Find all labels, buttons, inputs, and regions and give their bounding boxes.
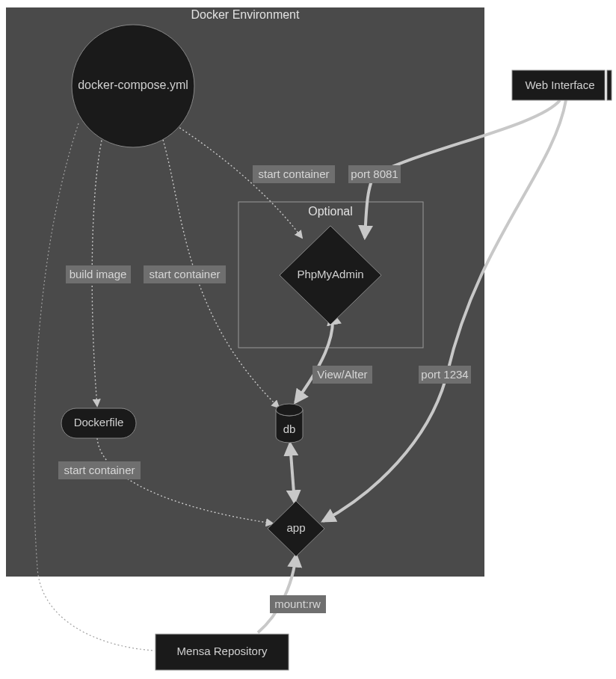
svg-text:port 1234: port 1234 [421,368,468,381]
subgraph-optional-title: Optional [308,205,353,218]
svg-text:build image: build image [70,268,127,280]
node-web-interface: Web Interface [512,70,612,100]
subgraph-docker-title: Docker Environment [191,8,301,21]
edge-label-start-container-db: start container [144,265,226,283]
edge-label-view-alter: View/Alter [312,366,372,384]
node-mensa-repository: Mensa Repository [155,634,289,670]
svg-point-21 [276,404,303,416]
diagram-canvas: Docker Environment Optional build image … [0,0,616,679]
node-app-label: app [286,521,305,534]
edge-label-mount-rw: mount:rw [270,595,326,613]
node-db-label: db [283,423,296,435]
svg-text:View/Alter: View/Alter [317,368,367,381]
edge-label-port-1234: port 1234 [419,366,471,384]
svg-text:start container: start container [149,268,220,280]
edge-label-start-container-app: start container [58,461,141,479]
edge-label-build-image: build image [66,265,131,283]
svg-rect-24 [607,70,612,100]
node-dockerfile: Dockerfile [61,408,136,438]
node-docker-compose: docker-compose.yml [72,25,194,147]
svg-text:start container: start container [64,464,135,476]
node-phpmyadmin-label: PhpMyAdmin [297,268,363,280]
node-docker-compose-label: docker-compose.yml [78,79,188,91]
node-dockerfile-label: Dockerfile [74,416,124,428]
edge-label-start-container-phpmyadmin: start container [253,165,335,183]
edge-label-port-8081: port 8081 [348,165,401,183]
node-db: db [276,404,303,443]
node-mensa-repository-label: Mensa Repository [177,645,268,657]
svg-text:mount:rw: mount:rw [274,597,321,610]
node-web-interface-label: Web Interface [525,79,594,91]
svg-text:start container: start container [258,168,329,180]
svg-text:port 8081: port 8081 [351,168,398,180]
